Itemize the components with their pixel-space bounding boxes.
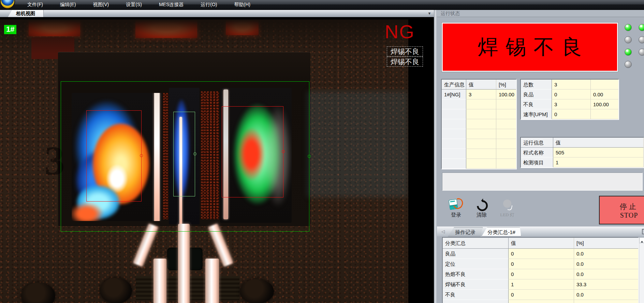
tab-camera-view[interactable]: 相机视图 (8, 10, 44, 18)
table-cell: 0 (509, 259, 574, 269)
table-cell (466, 129, 496, 139)
table-cell: 值 (509, 238, 574, 249)
roi-handle[interactable] (140, 154, 143, 157)
table-cell: 0 (509, 249, 574, 259)
table-cell: 0 (552, 109, 591, 119)
aoi-application-window: 文件(F)编辑(E)视图(V)设置(S)MES连接器运行(O)帮助(H) 相机视… (0, 0, 644, 303)
table-cell: 定位 (443, 259, 509, 269)
table-cell: 程式名称 (521, 148, 553, 157)
table-row (442, 119, 516, 129)
mounting-hole (100, 278, 132, 303)
table-cell: 0.0 (574, 249, 638, 259)
table-row (442, 149, 516, 159)
roi-rect-right (222, 106, 283, 197)
app-logo-icon (1, 0, 14, 8)
table-cell: 0 (509, 269, 574, 279)
menu-item[interactable]: MES连接器 (151, 1, 191, 9)
lead-leg (205, 259, 219, 303)
table-cell: 值 (553, 138, 644, 148)
table-header-row: 分类汇总值[%] (443, 238, 638, 249)
table-cell: 总数 (521, 80, 552, 89)
table-header-row: 生产信息值[%] (442, 80, 516, 89)
table-cell: 速率[UPM] (521, 109, 552, 119)
summary-scrollbar[interactable] (639, 237, 644, 303)
summary-table: 分类汇总值[%]良品00.0定位00.0热熔不良00.0焊锡不良133.3不良0… (442, 237, 639, 303)
roi-handle[interactable] (193, 152, 196, 155)
table-row (442, 99, 516, 109)
panel-title: 运行状态 (437, 10, 644, 17)
menu-item[interactable]: 文件(F) (20, 1, 50, 9)
hole-slot (188, 248, 203, 270)
table-cell (442, 149, 466, 159)
status-led-column-left (625, 24, 632, 68)
table-cell (442, 99, 466, 109)
table-row (442, 159, 516, 169)
table-cell: 0.0 (574, 259, 638, 269)
table-row: 不良3100.00 (521, 99, 618, 109)
chevron-down-icon[interactable]: ▼ (426, 11, 433, 16)
status-led-on (625, 49, 632, 56)
roi-rect-left (86, 110, 142, 202)
login-button[interactable]: 登录 (447, 199, 466, 219)
run-info-table: 运行信息值程式名称505检测项目1 (521, 137, 644, 168)
table-cell (442, 139, 466, 149)
table-cell: 良品 (521, 89, 552, 99)
table-cell: 1 (509, 279, 574, 290)
roi-rect-middle (173, 112, 195, 196)
menu-item[interactable]: 设置(S) (118, 1, 149, 9)
table-row (442, 109, 516, 119)
tab-classification-summary[interactable]: 分类汇总-1# (482, 227, 521, 236)
menu-item[interactable]: 编辑(E) (53, 1, 84, 9)
table-row: 总数3 (521, 80, 618, 89)
lightbulb-icon (503, 199, 511, 208)
mounting-hole (21, 283, 55, 303)
table-header-row: 运行信息值 (521, 138, 644, 148)
table-cell: 0.0 (574, 269, 638, 279)
table-cell: 1#[NG] (442, 89, 466, 99)
table-cell (496, 109, 516, 119)
table-cell: 0.00 (591, 89, 618, 99)
panel-splitter[interactable] (434, 10, 437, 303)
table-cell: [%] (574, 238, 638, 249)
roi-handle[interactable] (282, 150, 285, 153)
tab-operation-log[interactable]: 操作记录 (448, 227, 483, 236)
table-cell: 505 (553, 148, 644, 157)
status-led-column-right (639, 24, 644, 56)
table-row: 程式名称505 (521, 148, 644, 157)
stop-button-en: STOP (600, 211, 644, 219)
stop-button-cn: 停止 (600, 202, 644, 211)
menu-items: 文件(F)编辑(E)视图(V)设置(S)MES连接器运行(O)帮助(H) (20, 1, 258, 9)
table-row: 良品00.00 (521, 89, 618, 99)
table-cell (466, 119, 496, 129)
production-table: 生产信息值[%]1#[NG]3100.00 (441, 79, 516, 169)
panel-pin-icon[interactable] (642, 229, 644, 234)
table-cell: 焊锡不良 (443, 279, 509, 290)
table-cell: 33.3 (574, 279, 638, 290)
table-row: 热熔不良00.0 (443, 269, 638, 279)
status-banner: 焊锡不良 (442, 23, 618, 72)
stop-button[interactable]: 停止 STOP (599, 196, 644, 224)
menu-item[interactable]: 视图(V) (86, 1, 117, 9)
table-cell: 分类汇总 (443, 238, 509, 249)
table-cell: 1 (553, 157, 644, 167)
clear-button[interactable]: 清除 (472, 199, 491, 219)
table-cell: 3 (552, 99, 591, 109)
menu-item[interactable]: 运行(O) (193, 1, 224, 9)
table-cell: 0.0 (574, 290, 638, 300)
scroll-up-icon[interactable] (639, 237, 644, 243)
roi-handle[interactable] (308, 155, 311, 158)
refresh-arrow-icon (474, 198, 490, 213)
table-cell (496, 159, 516, 169)
camera-tab-strip: 相机视图 ▼ (0, 10, 434, 17)
photo-top-shadow (0, 19, 408, 54)
table-cell: 3 (552, 80, 591, 89)
table-row: 良品00.0 (443, 249, 638, 259)
table-cell (591, 109, 618, 119)
table-row: 焊锡不良133.3 (443, 279, 638, 290)
menu-item[interactable]: 帮助(H) (226, 1, 258, 9)
led-light-button[interactable]: LED 灯 (498, 199, 517, 219)
table-cell (466, 109, 496, 119)
menu-bar: 文件(F)编辑(E)视图(V)设置(S)MES连接器运行(O)帮助(H) (0, 0, 644, 10)
table-cell (442, 109, 466, 119)
tab-scroll-left-icon[interactable]: ◁ (440, 229, 446, 235)
